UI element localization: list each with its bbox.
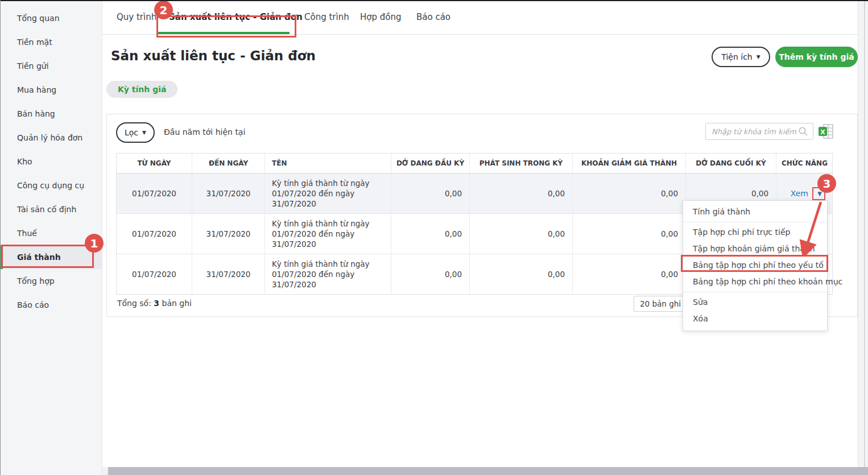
date-range-text: Đầu năm tới hiện tại <box>164 127 245 137</box>
cell-name: Kỳ tính giá thành từ ngày 01/07/2020 đến… <box>265 174 391 213</box>
col-header-do-dang-cuoi-ky: DỞ DANG CUỐI KỲ <box>686 154 776 174</box>
sidebar-item-label: Bán hàng <box>17 109 55 118</box>
search-input[interactable] <box>712 127 798 136</box>
page-title: Sản xuất liên tục - Giản đơn <box>111 48 316 63</box>
cell-opening-wip: 0,00 <box>391 214 470 254</box>
cell-cost-reduction: 0,00 <box>573 174 686 213</box>
col-header-ten: TÊN <box>265 154 391 174</box>
sidebar-item-kho[interactable]: Kho <box>0 150 102 174</box>
sidebar-item-thue[interactable]: Thuế <box>0 221 102 245</box>
sidebar-item-label: Tổng hợp <box>17 276 55 286</box>
cell-to-date: 31/07/2020 <box>192 254 265 294</box>
cell-opening-wip: 0,00 <box>391 254 470 294</box>
sidebar-item-cong-cu-dung-cu[interactable]: Công cụ dụng cụ <box>0 174 102 197</box>
col-header-tu-ngay: TỪ NGÀY <box>117 154 192 174</box>
cell-cost-reduction: 0,00 <box>573 254 686 294</box>
menu-item-bang-tap-hop-theo-yeu-to[interactable]: Bảng tập hợp chi phí theo yếu tố <box>683 257 827 274</box>
menu-separator <box>683 292 827 292</box>
add-button-label: Thêm kỳ tính giá <box>779 52 854 61</box>
utilities-button[interactable]: Tiện ích ▼ <box>712 47 770 67</box>
cell-name: Kỳ tính giá thành từ ngày 01/07/2020 đến… <box>265 214 391 254</box>
sidebar-item-tong-quan[interactable]: Tổng quan <box>0 6 102 30</box>
sidebar-item-bao-cao[interactable]: Báo cáo <box>0 293 102 317</box>
menu-item-tap-hop-khoan-giam[interactable]: Tập hợp khoản giảm giá thành <box>683 241 827 257</box>
cell-incurred: 0,00 <box>470 254 573 294</box>
sidebar-item-tong-hop[interactable]: Tổng hợp <box>0 269 102 293</box>
active-tab-underline <box>158 32 290 34</box>
total-label: Tổng số: <box>117 299 151 308</box>
search-icon <box>798 126 808 137</box>
window-left-edge <box>0 0 1 475</box>
utilities-button-label: Tiện ích <box>721 52 752 61</box>
tab-cong-trinh[interactable]: Công trình <box>304 0 349 34</box>
total-records-text: Tổng số: 3 bản ghi <box>117 299 192 308</box>
sidebar-item-label: Quản lý hóa đơn <box>17 133 82 142</box>
cell-from-date: 01/07/2020 <box>117 254 192 294</box>
sidebar-item-label: Kho <box>17 157 32 166</box>
horizontal-scrollbar-thumb[interactable] <box>108 467 868 475</box>
search-box[interactable] <box>705 123 813 140</box>
tab-label: Báo cáo <box>416 12 450 22</box>
sidebar-item-tien-gui[interactable]: Tiền gửi <box>0 54 102 78</box>
sidebar-item-tai-san-co-dinh[interactable]: Tài sản cố định <box>0 197 102 221</box>
col-header-chuc-nang: CHỨC NĂNG <box>776 154 832 174</box>
svg-text:X: X <box>820 129 825 136</box>
filter-button-label: Lọc <box>125 128 138 137</box>
chevron-down-icon: ▼ <box>142 130 146 135</box>
menu-item-tap-hop-chi-phi-truc-tiep[interactable]: Tập hợp chi phí trực tiếp <box>683 224 827 241</box>
menu-separator <box>683 222 827 222</box>
tab-label: Quy trình <box>117 12 156 22</box>
tab-hop-dong[interactable]: Hợp đồng <box>360 0 401 34</box>
menu-item-tinh-gia-thanh[interactable]: Tính giá thành <box>683 204 827 220</box>
cell-incurred: 0,00 <box>470 214 573 254</box>
right-scrollbar-gutter <box>858 0 868 467</box>
tab-bao-cao[interactable]: Báo cáo <box>416 0 450 34</box>
add-costing-period-button[interactable]: Thêm kỳ tính giá <box>775 47 858 67</box>
menu-item-bang-tap-hop-theo-khoan-muc[interactable]: Bảng tập hợp chi phí theo khoản mục <box>683 274 827 290</box>
right-scrollbar-line <box>864 0 865 467</box>
chevron-down-icon: ▼ <box>757 54 760 60</box>
row-actions-dropdown-icon[interactable]: ▼ <box>814 191 825 197</box>
tab-quy-trinh[interactable]: Quy trình <box>117 0 156 34</box>
sidebar-item-label: Tiền mặt <box>17 38 52 47</box>
cell-opening-wip: 0,00 <box>391 174 470 213</box>
cell-to-date: 31/07/2020 <box>192 214 265 254</box>
window-top-edge <box>0 0 868 1</box>
sidebar-item-tien-mat[interactable]: Tiền mặt <box>0 30 102 54</box>
module-tab-bar: Quy trình Sản xuất liên tục - Giản đơn C… <box>102 0 868 35</box>
col-header-do-dang-dau-ky: DỞ DANG ĐẦU KỲ <box>391 154 470 174</box>
col-header-phat-sinh: PHÁT SINH TRONG KỲ <box>470 154 573 174</box>
sidebar-item-label: Tổng quan <box>17 14 60 23</box>
col-header-den-ngay: ĐẾN NGÀY <box>192 154 265 174</box>
sidebar: Tổng quan Tiền mặt Tiền gửi Mua hàng Bán… <box>0 0 102 475</box>
chip-label: Kỳ tính giá <box>118 85 166 94</box>
sidebar-item-label: Tiền gửi <box>17 61 49 71</box>
col-header-khoan-giam: KHOẢN GIẢM GIÁ THÀNH <box>573 154 686 174</box>
sidebar-item-ban-hang[interactable]: Bán hàng <box>0 102 102 126</box>
tab-label: Công trình <box>304 12 349 22</box>
tab-san-xuat-lien-tuc-active[interactable]: Sản xuất liên tục - Giản đơn <box>169 0 303 34</box>
cell-to-date: 31/07/2020 <box>192 174 265 213</box>
sidebar-item-label: Thuế <box>17 229 37 238</box>
sidebar-item-label: Tài sản cố định <box>17 205 76 214</box>
sidebar-item-mua-hang[interactable]: Mua hàng <box>0 78 102 102</box>
sidebar-item-gia-thanh-active[interactable]: Giá thành <box>0 245 102 269</box>
cell-from-date: 01/07/2020 <box>117 174 192 213</box>
sidebar-item-label: Giá thành <box>17 253 61 262</box>
view-link[interactable]: Xem <box>791 189 808 198</box>
cell-name: Kỳ tính giá thành từ ngày 01/07/2020 đến… <box>265 254 391 294</box>
menu-item-sua[interactable]: Sửa <box>683 294 827 311</box>
filter-button[interactable]: Lọc ▼ <box>116 122 155 143</box>
cell-cost-reduction: 0,00 <box>573 214 686 254</box>
tab-label: Hợp đồng <box>360 12 401 22</box>
sidebar-item-label: Công cụ dụng cụ <box>17 181 84 190</box>
costing-period-chip[interactable]: Kỳ tính giá <box>106 81 177 98</box>
cell-from-date: 01/07/2020 <box>117 214 192 254</box>
sidebar-item-quan-ly-hoa-don[interactable]: Quản lý hóa đơn <box>0 126 102 150</box>
excel-export-icon[interactable]: X <box>819 123 833 139</box>
table-header-row: TỪ NGÀY ĐẾN NGÀY TÊN DỞ DANG ĐẦU KỲ PHÁT… <box>117 154 832 174</box>
menu-item-xoa[interactable]: Xóa <box>683 311 827 327</box>
sidebar-item-label: Báo cáo <box>17 300 49 309</box>
app-window: Tổng quan Tiền mặt Tiền gửi Mua hàng Bán… <box>0 0 868 475</box>
cell-incurred: 0,00 <box>470 174 573 213</box>
